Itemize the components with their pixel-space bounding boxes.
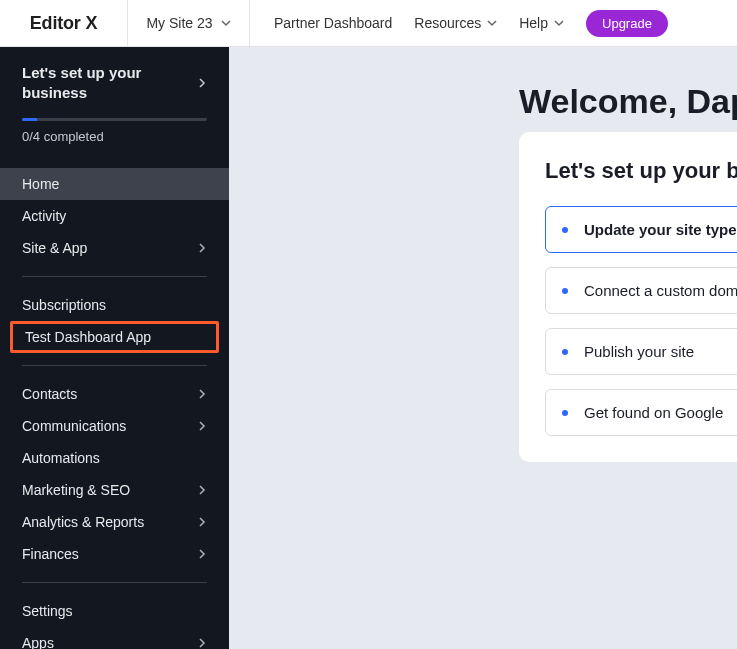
bullet-icon <box>562 227 568 233</box>
sidebar-setup-card[interactable]: Let's set up your business 0/4 completed <box>0 47 229 158</box>
chevron-right-icon <box>197 549 207 559</box>
task-update-site-type[interactable]: Update your site type <box>545 206 737 253</box>
sidebar-item-label: Marketing & SEO <box>22 482 130 498</box>
sidebar-divider <box>22 365 207 366</box>
task-connect-domain[interactable]: Connect a custom domain <box>545 267 737 314</box>
task-label: Publish your site <box>584 343 694 360</box>
sidebar-item-label: Home <box>22 176 59 192</box>
sidebar-item-label: Finances <box>22 546 79 562</box>
logo-text: Editor X <box>30 13 97 34</box>
sidebar-item-label: Analytics & Reports <box>22 514 144 530</box>
sidebar-item-finances[interactable]: Finances <box>0 538 229 570</box>
chevron-right-icon <box>197 78 207 88</box>
sidebar-item-analytics-reports[interactable]: Analytics & Reports <box>0 506 229 538</box>
progress-fill <box>22 118 37 121</box>
sidebar-item-label: Contacts <box>22 386 77 402</box>
sidebar-item-settings[interactable]: Settings <box>0 595 229 627</box>
nav-resources[interactable]: Resources <box>414 15 497 31</box>
sidebar-divider <box>22 582 207 583</box>
chevron-down-icon <box>221 18 231 28</box>
bullet-icon <box>562 349 568 355</box>
nav-help[interactable]: Help <box>519 15 564 31</box>
sidebar-item-label: Test Dashboard App <box>25 329 151 345</box>
bullet-icon <box>562 410 568 416</box>
sidebar-item-communications[interactable]: Communications <box>0 410 229 442</box>
chevron-right-icon <box>197 517 207 527</box>
nav-label: Resources <box>414 15 481 31</box>
sidebar-item-label: Apps <box>22 635 54 649</box>
task-list: Update your site typeConnect a custom do… <box>545 206 737 436</box>
sidebar-divider <box>22 276 207 277</box>
site-name: My Site 23 <box>146 15 212 31</box>
chevron-right-icon <box>197 389 207 399</box>
chevron-right-icon <box>197 421 207 431</box>
sidebar-item-test-dashboard-app[interactable]: Test Dashboard App <box>10 321 219 353</box>
logo: Editor X <box>0 0 128 46</box>
site-selector[interactable]: My Site 23 <box>128 0 250 46</box>
progress-bar <box>22 118 207 121</box>
sidebar-item-marketing-seo[interactable]: Marketing & SEO <box>0 474 229 506</box>
sidebar-item-automations[interactable]: Automations <box>0 442 229 474</box>
sidebar-item-home[interactable]: Home <box>0 168 229 200</box>
sidebar-item-label: Settings <box>22 603 73 619</box>
chevron-right-icon <box>197 485 207 495</box>
sidebar-item-label: Automations <box>22 450 100 466</box>
sidebar-item-label: Site & App <box>22 240 87 256</box>
nav-label: Partner Dashboard <box>274 15 392 31</box>
sidebar-item-label: Activity <box>22 208 66 224</box>
main-pane: Welcome, Daphne Let's set up your busine… <box>229 47 737 649</box>
task-get-found-google[interactable]: Get found on Google <box>545 389 737 436</box>
chevron-right-icon <box>197 638 207 648</box>
setup-completed-text: 0/4 completed <box>22 129 207 144</box>
nav-partner-dashboard[interactable]: Partner Dashboard <box>274 15 392 31</box>
upgrade-button[interactable]: Upgrade <box>586 10 668 37</box>
task-publish-site[interactable]: Publish your site <box>545 328 737 375</box>
chevron-down-icon <box>487 18 497 28</box>
sidebar-item-contacts[interactable]: Contacts <box>0 378 229 410</box>
task-label: Get found on Google <box>584 404 723 421</box>
top-nav: Partner Dashboard Resources Help Upgrade <box>250 10 737 37</box>
setup-title: Let's set up your business <box>22 63 162 102</box>
sidebar: Let's set up your business 0/4 completed… <box>0 47 229 649</box>
task-label: Update your site type <box>584 221 737 238</box>
sidebar-menu: HomeActivitySite & AppSubscriptionsTest … <box>0 158 229 649</box>
upgrade-label: Upgrade <box>602 16 652 31</box>
welcome-heading: Welcome, Daphne <box>519 82 737 121</box>
sidebar-item-subscriptions[interactable]: Subscriptions <box>0 289 229 321</box>
card-title: Let's set up your business <box>545 158 737 184</box>
chevron-down-icon <box>554 18 564 28</box>
setup-card: Let's set up your business Update your s… <box>519 132 737 462</box>
bullet-icon <box>562 288 568 294</box>
nav-label: Help <box>519 15 548 31</box>
sidebar-item-site-app[interactable]: Site & App <box>0 232 229 264</box>
sidebar-item-activity[interactable]: Activity <box>0 200 229 232</box>
chevron-right-icon <box>197 243 207 253</box>
sidebar-item-label: Communications <box>22 418 126 434</box>
sidebar-item-apps[interactable]: Apps <box>0 627 229 649</box>
sidebar-item-label: Subscriptions <box>22 297 106 313</box>
task-label: Connect a custom domain <box>584 282 737 299</box>
top-bar: Editor X My Site 23 Partner Dashboard Re… <box>0 0 737 47</box>
